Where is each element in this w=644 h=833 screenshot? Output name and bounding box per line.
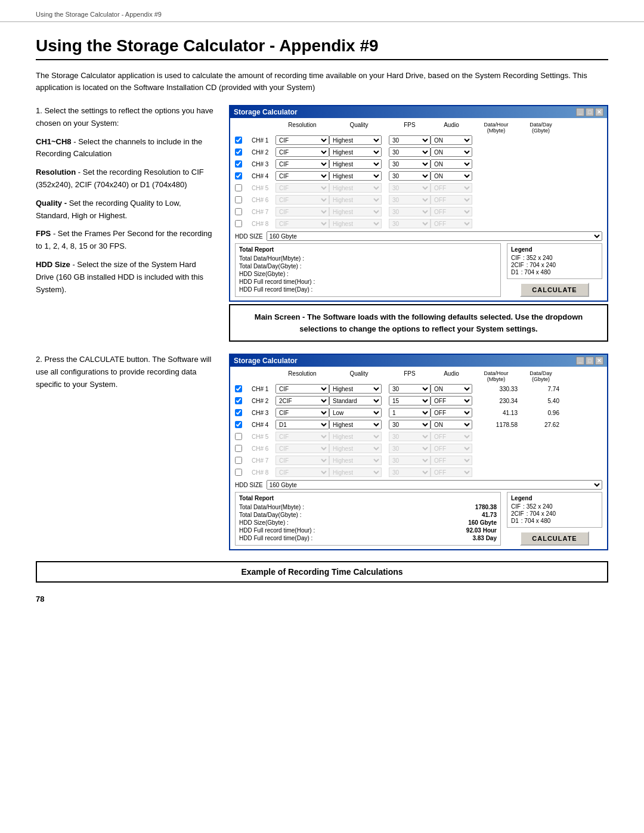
ch2-quality[interactable]: Highest	[329, 147, 382, 157]
ch2-audio[interactable]: ON	[431, 147, 472, 157]
storage-calculator-window-1: Storage Calculator _ □ ✕ Resolution Qual…	[229, 105, 608, 302]
ch4-audio[interactable]: ON	[431, 171, 472, 181]
ch5-checkbox[interactable]	[235, 184, 242, 191]
ch6-checkbox[interactable]	[235, 196, 242, 203]
left-instructions-1: 1. Select the settings to reflect the op…	[36, 105, 215, 342]
hdd-size-select[interactable]: 160 Gbyte 250 Gbyte 500 Gbyte	[267, 231, 602, 241]
legend-d1-1: D1 : 704 x 480	[511, 269, 598, 275]
w2-ch1-audio[interactable]: ON	[431, 384, 472, 394]
ch6-audio: OFF	[431, 195, 472, 205]
w2-ch1-quality[interactable]: Highest	[329, 384, 382, 394]
window2-body: Resolution Quality FPS Audio Data/Hour(M…	[230, 367, 607, 549]
report-row-1-3: HDD Size(Gbyte) :	[239, 271, 497, 277]
ch2-fps[interactable]: 30	[389, 147, 431, 157]
w2-ch6-audio: OFF	[431, 444, 472, 453]
window1-titlebar: Storage Calculator _ □ ✕	[230, 106, 607, 118]
w2-ch6-fps: 30	[389, 444, 431, 453]
ch2-checkbox[interactable]	[235, 148, 242, 156]
calculate-button-2[interactable]: CALCULATE	[520, 531, 589, 546]
ch3-row: CH# 3 CIF Highest 30 ON	[235, 159, 602, 169]
minimize-button-2[interactable]: _	[576, 357, 584, 365]
w2-ch3-fps[interactable]: 1	[389, 408, 431, 417]
ch4-fps[interactable]: 30	[389, 171, 431, 181]
hdd-size-row: HDD SIZE 160 Gbyte 250 Gbyte 500 Gbyte	[235, 231, 602, 241]
w2-ch3-quality[interactable]: Low	[329, 408, 382, 417]
ch1-fps[interactable]: 30158421	[389, 135, 431, 145]
w2-ch2-data-day: 5.40	[520, 398, 562, 404]
page-title: Using the Storage Calculator - Appendix …	[36, 36, 608, 60]
ch5-resolution: CIF	[275, 183, 329, 193]
w2-ch4-data-hour: 1178.58	[472, 422, 520, 428]
window1-container: Storage Calculator _ □ ✕ Resolution Qual…	[229, 105, 608, 342]
w2-ch4-row: CH# 4 D1 Highest 30 ON 1178.58 27.62	[235, 419, 602, 430]
ch4-quality[interactable]: Highest	[329, 171, 382, 181]
intro-paragraph: The Storage Calculator application is us…	[36, 70, 608, 93]
ch1-resolution[interactable]: CIF2CIFD1	[275, 135, 329, 145]
report-row-2-5: HDD Full record time(Day) : 3.83 Day	[239, 535, 497, 541]
ch8-checkbox[interactable]	[235, 220, 242, 227]
ch4-row: CH# 4 CIF Highest 30 ON	[235, 171, 602, 181]
window2-bottom: Total Report Total Data/Hour(Mbyte) : 17…	[235, 492, 602, 546]
ch3-quality[interactable]: Highest	[329, 159, 382, 169]
ch1-checkbox[interactable]	[235, 137, 242, 144]
w2-ch2-fps[interactable]: 15	[389, 396, 431, 405]
w2-ch6-checkbox[interactable]	[235, 445, 242, 452]
w2-ch4-checkbox[interactable]	[235, 421, 242, 428]
ch4-checkbox[interactable]	[235, 172, 242, 179]
w2-ch4-quality[interactable]: Highest	[329, 420, 382, 429]
hdd-size-select-2[interactable]: 160 Gbyte	[267, 480, 602, 490]
report-row-2-4: HDD Full record time(Hour) : 92.03 Hour	[239, 527, 497, 534]
ch3-resolution[interactable]: CIF	[275, 159, 329, 169]
w2-ch7-checkbox[interactable]	[235, 457, 242, 464]
maximize-button[interactable]: □	[586, 108, 594, 116]
w2-ch3-resolution[interactable]: CIF	[275, 408, 329, 417]
ch1-quality[interactable]: HighestHighStandardLow	[329, 135, 382, 145]
w2-ch4-audio[interactable]: ON	[431, 420, 472, 429]
w2-ch2-audio[interactable]: OFF	[431, 396, 472, 405]
legend-2cif-2: 2CIF : 704 x 240	[511, 510, 598, 517]
w2-ch1-resolution[interactable]: CIF	[275, 384, 329, 394]
resolution-description: Resolution - Set the recording Resolutio…	[36, 166, 215, 191]
w2-ch7-fps: 30	[389, 456, 431, 465]
minimize-button[interactable]: _	[576, 108, 584, 116]
ch7-quality: Highest	[329, 207, 382, 216]
w2-ch2-checkbox[interactable]	[235, 397, 242, 404]
w2-ch5-checkbox[interactable]	[235, 433, 242, 440]
quality-description: Quality - Set the recording Quality to L…	[36, 197, 215, 222]
w2-ch4-fps[interactable]: 30	[389, 420, 431, 429]
calculate-button-1[interactable]: CALCULATE	[520, 283, 589, 297]
header-text: Using the Storage Calculator - Appendix …	[36, 11, 162, 18]
ch8-resolution: CIF	[275, 219, 329, 228]
press-calculate-para: 2. Press the CALCULATE button. The Softw…	[36, 354, 215, 391]
storage-calculator-window-2: Storage Calculator _ □ ✕ Resolution Qual…	[229, 354, 608, 550]
close-button-2[interactable]: ✕	[595, 357, 603, 365]
ch4-resolution[interactable]: CIF	[275, 171, 329, 181]
w2-ch1-fps[interactable]: 30	[389, 384, 431, 394]
ch7-checkbox[interactable]	[235, 208, 242, 215]
total-report-title-2: Total Report	[239, 495, 497, 501]
ch8-fps: 30	[389, 219, 431, 228]
window1-title: Storage Calculator	[234, 108, 298, 116]
w2-ch8-checkbox[interactable]	[235, 469, 242, 476]
legend-2cif-1: 2CIF : 704 x 240	[511, 262, 598, 268]
w2-ch7-resolution: CIF	[275, 456, 329, 465]
ch3-fps[interactable]: 30	[389, 159, 431, 169]
ch3-audio[interactable]: ON	[431, 159, 472, 169]
ch3-checkbox[interactable]	[235, 160, 242, 168]
w2-ch1-data-hour: 330.33	[472, 386, 520, 392]
window2-titlebar: Storage Calculator _ □ ✕	[230, 355, 607, 367]
w2-ch4-resolution[interactable]: D1	[275, 420, 329, 429]
w2-ch1-checkbox[interactable]	[235, 385, 242, 392]
w2-ch2-quality[interactable]: Standard	[329, 396, 382, 405]
w2-ch3-checkbox[interactable]	[235, 409, 242, 416]
col-audio: Audio	[431, 122, 472, 134]
report-row-1-2: Total Data/Day(Gbyte) :	[239, 263, 497, 270]
window2-controls: _ □ ✕	[576, 357, 603, 365]
ch1-audio[interactable]: ONOFF	[431, 135, 472, 145]
close-button[interactable]: ✕	[595, 108, 603, 116]
maximize-button-2[interactable]: □	[586, 357, 594, 365]
ch2-resolution[interactable]: CIF	[275, 147, 329, 157]
w2-ch2-resolution[interactable]: 2CIF	[275, 396, 329, 405]
w2-ch3-audio[interactable]: OFF	[431, 408, 472, 417]
w2-ch6-quality: Highest	[329, 444, 382, 453]
